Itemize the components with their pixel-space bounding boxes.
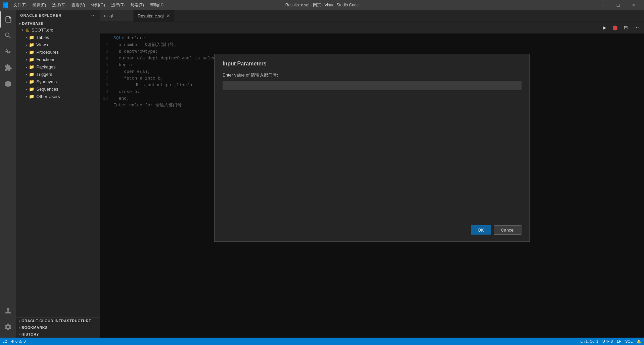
activity-bar	[0, 10, 16, 338]
line-col-item[interactable]: Ln 1, Col 1	[581, 339, 598, 343]
scott-orc-item[interactable]: ▾ ⊞ SCOTT.orc	[16, 26, 100, 34]
ok-button[interactable]: OK	[471, 225, 491, 235]
triggers-folder-icon: 📁	[29, 72, 34, 77]
split-editor-button[interactable]: ⊟	[621, 24, 631, 31]
menu-terminal[interactable]: 终端(T)	[128, 2, 146, 9]
git-branch-icon: ⎇	[3, 339, 7, 344]
language-item[interactable]: SQL	[625, 339, 633, 343]
menu-edit[interactable]: 编辑(E)	[30, 2, 49, 9]
menu-view[interactable]: 查看(V)	[69, 2, 88, 9]
packages-folder-icon: 📁	[29, 64, 34, 69]
sidebar-item-triggers[interactable]: › 📁 Triggers	[16, 70, 100, 78]
window-controls: − □ ✕	[595, 0, 641, 10]
oci-chevron: ›	[19, 319, 20, 323]
synonyms-arrow: ›	[26, 79, 27, 84]
dialog-spacer	[223, 90, 521, 220]
stop-button[interactable]: ⬤	[610, 24, 620, 31]
activity-source-control[interactable]	[0, 44, 16, 60]
dialog-label: Enter value of 请输入部门号:	[223, 72, 521, 78]
activity-explorer[interactable]	[0, 11, 16, 28]
tab-results-csql[interactable]: Results: c.sql ✕	[134, 10, 175, 21]
menu-goto[interactable]: 转到(G)	[88, 2, 107, 9]
database-section: ▾ DATABASE ▾ ⊞ SCOTT.orc › 📁 Tables ›	[16, 21, 100, 100]
activity-extensions[interactable]	[0, 60, 16, 76]
synonyms-folder-icon: 📁	[29, 79, 34, 84]
notifications-item[interactable]: 🔔	[637, 339, 641, 344]
other-users-folder-icon: 📁	[29, 94, 34, 99]
input-parameters-dialog: Input Parameters Enter value of 请输入部门号: …	[214, 54, 530, 242]
vscode-icon	[3, 2, 8, 8]
error-count: 0	[15, 339, 17, 343]
editor-toolbar: ▶ ⬤ ⊟ ⋯	[100, 22, 644, 34]
main-layout: ORACLE EXPLORER ⋯ ▾ DATABASE ▾ ⊞ SCOTT.o…	[0, 10, 644, 338]
activity-bottom	[0, 303, 16, 338]
packages-arrow: ›	[26, 64, 27, 69]
views-folder-icon: 📁	[29, 42, 34, 47]
sidebar-item-tables[interactable]: › 📁 Tables	[16, 34, 100, 41]
sequences-arrow: ›	[26, 87, 27, 92]
sidebar-more-actions[interactable]: ⋯	[91, 13, 96, 18]
encoding-text: UTF-8	[602, 339, 613, 343]
window-title: Results: c.sql - 网页 - Visual Studio Code	[285, 2, 359, 8]
git-branch-item[interactable]: ⎇	[3, 339, 7, 344]
minimize-button[interactable]: −	[595, 0, 610, 10]
sidebar-item-other-users[interactable]: › 📁 Other Users	[16, 93, 100, 100]
menu-select[interactable]: 选择(S)	[49, 2, 68, 9]
sidebar-item-functions[interactable]: › 📁 Functions	[16, 56, 100, 63]
dialog-actions: OK Cancel	[223, 225, 521, 235]
triggers-arrow: ›	[26, 72, 27, 77]
bookmarks-section[interactable]: › BOOKMARKS	[16, 324, 100, 331]
activity-search[interactable]	[0, 28, 16, 44]
activity-settings[interactable]	[0, 319, 16, 335]
more-actions-button[interactable]: ⋯	[632, 24, 641, 31]
errors-item[interactable]: ⊘ 0 ⚠ 0	[11, 339, 26, 344]
encoding-item[interactable]: UTF-8	[602, 339, 613, 343]
tab-results-close[interactable]: ✕	[166, 13, 170, 18]
oci-section[interactable]: › ORACLE CLOUD INFRASTRUCTURE	[16, 317, 100, 324]
sidebar-content: ▾ DATABASE ▾ ⊞ SCOTT.orc › 📁 Tables ›	[16, 21, 100, 317]
tabs-bar: c.sql Results: c.sql ✕	[100, 10, 644, 22]
sequences-folder-icon: 📁	[29, 87, 34, 92]
line-ending-text: LF	[617, 339, 621, 343]
title-bar-left: 文件(F) 编辑(E) 选择(S) 查看(V) 转到(G) 运行(R) 终端(T…	[3, 2, 166, 9]
sidebar-item-sequences[interactable]: › 📁 Sequences	[16, 85, 100, 93]
editor-area: SQL> declare 2 a number:=&请输入部门号; 3 b de…	[100, 34, 644, 338]
activity-db[interactable]	[0, 76, 16, 92]
content-area: c.sql Results: c.sql ✕ ▶ ⬤ ⊟ ⋯ SQL> decl…	[100, 10, 644, 338]
functions-folder-icon: 📁	[29, 57, 34, 62]
sidebar-item-views[interactable]: › 📁 Views	[16, 41, 100, 48]
restore-button[interactable]: □	[610, 0, 626, 10]
procedures-arrow: ›	[26, 50, 27, 55]
close-button[interactable]: ✕	[626, 0, 641, 10]
status-left: ⎇ ⊘ 0 ⚠ 0	[3, 339, 26, 344]
run-button[interactable]: ▶	[600, 24, 609, 31]
menu-run[interactable]: 运行(R)	[108, 2, 128, 9]
sidebar-item-synonyms[interactable]: › 📁 Synonyms	[16, 78, 100, 85]
activity-accounts[interactable]	[0, 303, 16, 319]
line-ending-item[interactable]: LF	[617, 339, 621, 343]
scott-db-icon: ⊞	[26, 28, 30, 33]
history-chevron: ›	[19, 333, 20, 336]
tab-results-label: Results: c.sql	[138, 13, 164, 18]
other-users-arrow: ›	[26, 94, 27, 99]
cancel-button[interactable]: Cancel	[494, 225, 521, 235]
dialog-overlay: Input Parameters Enter value of 请输入部门号: …	[100, 34, 644, 338]
language-text: SQL	[625, 339, 633, 343]
warning-icon: ⚠	[19, 339, 22, 344]
tab-csql[interactable]: c.sql	[100, 10, 134, 21]
database-section-header[interactable]: ▾ DATABASE	[16, 21, 100, 26]
menu-file[interactable]: 文件(F)	[11, 2, 29, 9]
warning-count: 0	[24, 339, 26, 343]
sidebar-item-procedures[interactable]: › 📁 Procedures	[16, 48, 100, 56]
functions-arrow: ›	[26, 57, 27, 62]
sidebar-header: ORACLE EXPLORER ⋯	[16, 10, 100, 21]
menu-help[interactable]: 帮助(H)	[147, 2, 167, 9]
status-right: Ln 1, Col 1 UTF-8 LF SQL 🔔	[581, 339, 641, 344]
status-bar: ⎇ ⊘ 0 ⚠ 0 Ln 1, Col 1 UTF-8 LF SQL 🔔	[0, 338, 644, 345]
dialog-input[interactable]	[223, 81, 521, 90]
history-section[interactable]: › HISTORY	[16, 331, 100, 338]
tables-arrow: ›	[26, 35, 27, 40]
tab-csql-label: c.sql	[104, 13, 113, 18]
procedures-folder-icon: 📁	[29, 50, 34, 55]
sidebar-item-packages[interactable]: › 📁 Packages	[16, 63, 100, 70]
